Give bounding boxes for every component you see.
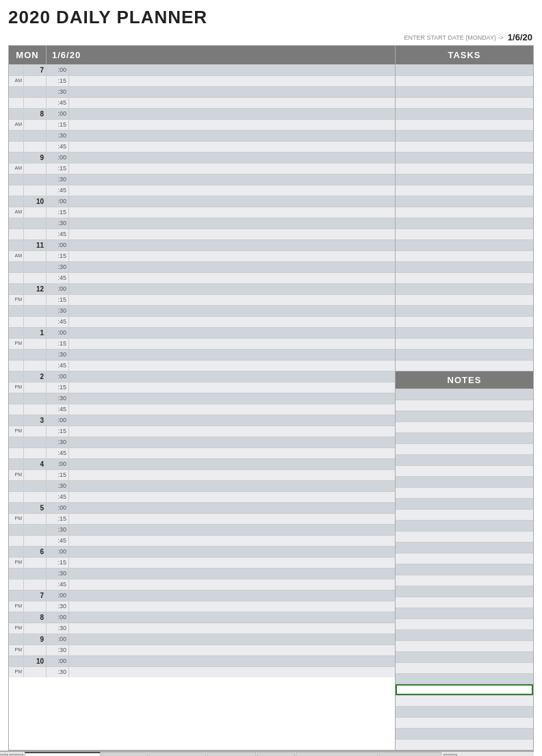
event-cell[interactable]	[69, 569, 395, 579]
event-cell[interactable]	[69, 514, 395, 524]
task-row[interactable]	[396, 283, 533, 294]
event-cell[interactable]	[69, 76, 395, 86]
note-row[interactable]	[396, 739, 533, 750]
task-row[interactable]	[396, 327, 533, 338]
task-row[interactable]	[396, 119, 533, 130]
event-cell[interactable]	[69, 426, 395, 436]
note-row[interactable]	[396, 695, 533, 706]
event-cell[interactable]	[69, 404, 395, 415]
note-row[interactable]	[396, 389, 533, 400]
task-row[interactable]	[396, 141, 533, 152]
event-cell[interactable]	[69, 120, 395, 130]
note-row[interactable]	[396, 608, 533, 618]
note-row-active[interactable]	[396, 684, 533, 695]
event-cell[interactable]	[69, 382, 395, 393]
task-row[interactable]	[396, 108, 533, 119]
event-cell[interactable]	[69, 481, 395, 491]
task-row[interactable]	[396, 360, 533, 371]
event-cell[interactable]	[69, 393, 395, 404]
note-row[interactable]	[396, 542, 533, 553]
note-row[interactable]	[396, 575, 533, 586]
task-row[interactable]	[396, 185, 533, 196]
event-cell[interactable]	[69, 131, 395, 141]
task-row[interactable]	[396, 174, 533, 185]
event-cell[interactable]	[69, 634, 395, 644]
task-row[interactable]	[396, 239, 533, 250]
tab-saturday-sunday[interactable]: Saturday & Sunday	[296, 752, 378, 756]
event-cell[interactable]	[69, 536, 395, 546]
task-row[interactable]	[396, 75, 533, 86]
note-row[interactable]	[396, 673, 533, 684]
event-cell[interactable]	[69, 251, 395, 261]
event-cell[interactable]	[69, 174, 395, 185]
task-row[interactable]	[396, 349, 533, 360]
note-row[interactable]	[396, 618, 533, 629]
note-row[interactable]	[396, 421, 533, 432]
note-row[interactable]	[396, 629, 533, 640]
event-cell[interactable]	[69, 623, 395, 634]
tab-disclaimer[interactable]: - Disclaimer -	[379, 752, 441, 756]
note-row[interactable]	[396, 498, 533, 509]
event-cell[interactable]	[69, 87, 395, 97]
note-row[interactable]	[396, 410, 533, 421]
task-row[interactable]	[396, 272, 533, 283]
event-cell[interactable]	[69, 295, 395, 305]
event-cell[interactable]	[69, 415, 395, 426]
task-row[interactable]	[396, 250, 533, 261]
event-cell[interactable]	[69, 579, 395, 590]
event-cell[interactable]	[69, 65, 395, 75]
task-row[interactable]	[396, 86, 533, 97]
event-cell[interactable]	[69, 601, 395, 612]
note-row[interactable]	[396, 717, 533, 728]
event-cell[interactable]	[69, 437, 395, 447]
task-row[interactable]	[396, 229, 533, 239]
event-cell[interactable]	[69, 612, 395, 623]
event-cell[interactable]	[69, 558, 395, 568]
event-cell[interactable]	[69, 142, 395, 152]
task-row[interactable]	[396, 152, 533, 163]
task-row[interactable]	[396, 338, 533, 349]
start-date-value[interactable]: 1/6/20	[508, 32, 532, 42]
task-row[interactable]	[396, 196, 533, 207]
event-cell[interactable]	[69, 656, 395, 666]
event-cell[interactable]	[69, 459, 395, 469]
note-row[interactable]	[396, 454, 533, 465]
task-row[interactable]	[396, 261, 533, 272]
note-row[interactable]	[396, 432, 533, 443]
event-cell[interactable]	[69, 372, 395, 382]
note-row[interactable]	[396, 553, 533, 564]
note-row[interactable]	[396, 531, 533, 542]
event-cell[interactable]	[69, 350, 395, 360]
note-row[interactable]	[396, 728, 533, 739]
event-cell[interactable]	[69, 109, 395, 119]
note-row[interactable]	[396, 509, 533, 520]
note-row[interactable]	[396, 520, 533, 531]
task-row[interactable]	[396, 97, 533, 108]
event-cell[interactable]	[69, 667, 395, 677]
tab-thursday[interactable]: Thursday	[207, 752, 256, 756]
note-row[interactable]	[396, 564, 533, 575]
event-cell[interactable]	[69, 525, 395, 535]
note-row[interactable]	[396, 706, 533, 717]
task-row[interactable]	[396, 294, 533, 305]
task-row[interactable]	[396, 207, 533, 218]
note-row[interactable]	[396, 476, 533, 487]
event-cell[interactable]	[69, 284, 395, 294]
event-cell[interactable]	[69, 547, 395, 557]
note-row[interactable]	[396, 400, 533, 410]
event-cell[interactable]	[69, 503, 395, 513]
event-cell[interactable]	[69, 590, 395, 601]
event-cell[interactable]	[69, 262, 395, 272]
event-cell[interactable]	[69, 185, 395, 196]
note-row[interactable]	[396, 597, 533, 608]
event-cell[interactable]	[69, 218, 395, 229]
tab-planner-monday[interactable]: Planner Monday	[25, 752, 101, 756]
event-cell[interactable]	[69, 470, 395, 480]
task-row[interactable]	[396, 316, 533, 327]
event-cell[interactable]	[69, 306, 395, 316]
task-row[interactable]	[396, 218, 533, 229]
note-row[interactable]	[396, 465, 533, 476]
event-cell[interactable]	[69, 317, 395, 327]
note-row[interactable]	[396, 586, 533, 597]
event-cell[interactable]	[69, 328, 395, 338]
